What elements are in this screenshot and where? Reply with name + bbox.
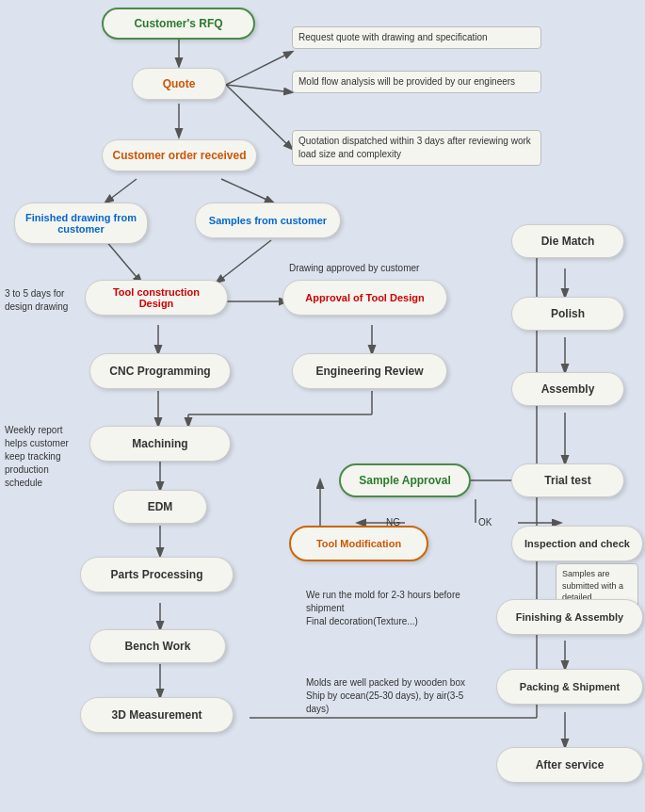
- drawing-approved-text: Drawing approved by customer: [289, 262, 419, 275]
- tool-modification-label: Tool Modification: [316, 538, 401, 549]
- parts-processing-label: Parts Processing: [110, 568, 202, 581]
- quotation-text: Quotation dispatched within 3 days after…: [298, 136, 531, 159]
- svg-line-2: [105, 179, 137, 203]
- approval-tool-label: Approval of Tool Design: [305, 292, 424, 303]
- quote-label: Quote: [163, 77, 196, 90]
- packing-shipment-node: Packing & Shipment: [496, 669, 643, 705]
- assembly-label: Assembly: [541, 382, 595, 396]
- trial-test-label: Trial test: [544, 474, 590, 487]
- quotation-box: Quotation dispatched within 3 days after…: [292, 130, 541, 166]
- samples-customer-node: Samples from customer: [195, 203, 341, 238]
- after-service-label: After service: [536, 758, 605, 771]
- order-node: Customer order received: [102, 139, 257, 171]
- mold-flow-text: Mold flow analysis will be provided by o…: [298, 76, 515, 87]
- quote-node: Quote: [132, 68, 226, 100]
- finishing-assembly-node: Finishing & Assembly: [496, 599, 643, 635]
- cnc-label: CNC Programming: [109, 365, 210, 378]
- inspection-label: Inspection and check: [524, 538, 630, 549]
- flow-diagram: Customer's RFQ Quote Customer order rece…: [0, 0, 645, 812]
- trial-test-node: Trial test: [511, 463, 624, 497]
- mold-flow-box: Mold flow analysis will be provided by o…: [292, 71, 541, 93]
- after-service-node: After service: [496, 747, 643, 783]
- parts-processing-node: Parts Processing: [80, 557, 234, 593]
- edm-label: EDM: [148, 500, 173, 513]
- samples-customer-label: Samples from customer: [209, 215, 327, 226]
- svg-line-5: [217, 240, 271, 283]
- tool-construction-node: Tool construction Design: [85, 280, 228, 316]
- design-note-text: 3 to 5 days for design drawing: [5, 287, 75, 314]
- finished-drawing-node: Finished drawing from customer: [14, 203, 148, 244]
- tool-construction-label: Tool construction Design: [95, 286, 218, 309]
- svg-line-3: [221, 179, 273, 203]
- bench-work-node: Bench Work: [89, 629, 226, 663]
- sample-approval-node: Sample Approval: [339, 463, 471, 497]
- machining-label: Machining: [132, 437, 187, 450]
- tool-modification-node: Tool Modification: [289, 526, 428, 561]
- engineering-review-node: Engineering Review: [292, 353, 447, 389]
- finishing-assembly-label: Finishing & Assembly: [516, 611, 624, 623]
- sample-approval-label: Sample Approval: [359, 474, 451, 487]
- finished-drawing-label: Finished drawing from customer: [24, 212, 137, 235]
- packing-shipment-label: Packing & Shipment: [520, 681, 620, 692]
- engineering-review-label: Engineering Review: [315, 365, 423, 378]
- polish-label: Polish: [551, 307, 585, 320]
- svg-line-4: [105, 240, 141, 283]
- req-quote-box: Request quote with drawing and specifica…: [292, 26, 541, 49]
- rfq-node: Customer's RFQ: [102, 8, 255, 40]
- packing-note-text: Molds are well packed by wooden box Ship…: [306, 676, 485, 716]
- mold-run-text: We run the mold for 2-3 hours before shi…: [306, 589, 485, 628]
- approval-tool-node: Approval of Tool Design: [282, 280, 447, 316]
- weekly-report-text: Weekly report helps customer keep tracki…: [5, 424, 78, 490]
- cnc-node: CNC Programming: [89, 353, 231, 389]
- die-match-node: Die Match: [511, 224, 624, 258]
- polish-node: Polish: [511, 297, 624, 331]
- bench-work-label: Bench Work: [125, 640, 191, 653]
- svg-line-31: [226, 52, 292, 85]
- ok-label: OK: [478, 516, 492, 529]
- req-quote-text: Request quote with drawing and specifica…: [298, 32, 488, 42]
- measurement-node: 3D Measurement: [80, 697, 234, 733]
- edm-node: EDM: [113, 490, 207, 524]
- inspection-node: Inspection and check: [511, 526, 643, 561]
- measurement-label: 3D Measurement: [111, 708, 202, 722]
- machining-node: Machining: [89, 426, 231, 462]
- rfq-label: Customer's RFQ: [134, 17, 222, 30]
- assembly-node: Assembly: [511, 372, 624, 406]
- die-match-label: Die Match: [541, 235, 595, 248]
- order-label: Customer order received: [112, 149, 246, 162]
- svg-line-32: [226, 85, 292, 92]
